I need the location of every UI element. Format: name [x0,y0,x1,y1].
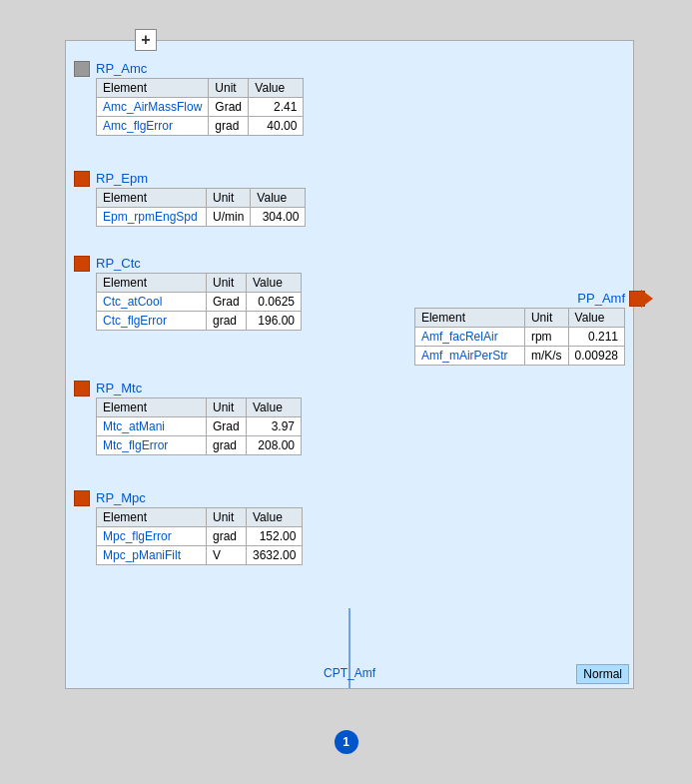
table-row: Ctc_flgError grad 196.00 [97,312,302,331]
value-cell: 40.00 [249,117,304,136]
unit-cell: grad [209,117,249,136]
pp-amf-title: PP_Amf [414,291,625,306]
value-cell: 196.00 [247,312,302,331]
main-panel: + RP_Amc Element Unit Value Amc_AirMassF… [65,40,634,689]
element-cell[interactable]: Epm_rpmEngSpd [97,208,207,227]
rp-epm-title: RP_Epm [96,171,306,186]
table-row: Mpc_pManiFilt V 3632.00 [97,546,303,565]
element-cell[interactable]: Mpc_pManiFilt [97,546,207,565]
col-unit-header: Unit [207,189,251,208]
circle-badge: 1 [335,730,358,754]
table-row: Epm_rpmEngSpd U/min 304.00 [97,208,306,227]
rp-mpc-indicator[interactable] [74,490,90,506]
col-unit-header: Unit [207,274,247,293]
section-rp-ctc: RP_Ctc Element Unit Value Ctc_atCool Gra… [96,256,302,331]
value-cell: 0.00928 [568,347,624,366]
col-unit-header: Unit [209,79,249,98]
table-row: Mtc_flgError grad 208.00 [97,436,302,455]
section-rp-mtc: RP_Mtc Element Unit Value Mtc_atMani Gra… [96,381,302,455]
rp-mtc-indicator[interactable] [74,381,90,396]
element-cell[interactable]: Ctc_atCool [97,293,207,312]
col-element-header: Element [97,79,209,98]
pp-amf-arrow-icon [641,290,653,308]
unit-cell: grad [207,436,247,455]
value-cell: 208.00 [247,436,302,455]
section-pp-amf: PP_Amf Element Unit Value Amf_facRelAir … [414,291,625,366]
element-cell[interactable]: Amc_flgError [97,117,209,136]
rp-mpc-table: Element Unit Value Mpc_flgError grad 152… [96,507,303,565]
value-cell: 3632.00 [247,546,303,565]
table-row: Amf_mAirPerStr m/K/s 0.00928 [414,347,624,366]
rp-ctc-table: Element Unit Value Ctc_atCool Grad 0.062… [96,273,302,331]
rp-mtc-title: RP_Mtc [96,381,302,395]
unit-cell: V [207,546,247,565]
add-button[interactable]: + [135,29,157,51]
rp-amc-table: Element Unit Value Amc_AirMassFlow Grad … [96,78,304,136]
table-row: Mtc_atMani Grad 3.97 [97,417,302,436]
element-cell[interactable]: Mpc_flgError [97,527,207,546]
value-cell: 304.00 [251,208,306,227]
col-unit-header: Unit [207,508,247,527]
col-unit-header: Unit [207,398,247,417]
table-row: Amf_facRelAir rpm 0.211 [414,328,624,347]
col-element-header: Element [414,309,524,328]
element-cell[interactable]: Mtc_atMani [97,417,207,436]
table-row: Ctc_atCool Grad 0.0625 [97,293,302,312]
col-element-header: Element [97,189,207,208]
unit-cell: U/min [207,208,251,227]
value-cell: 0.211 [568,328,624,347]
rp-epm-table: Element Unit Value Epm_rpmEngSpd U/min 3… [96,188,306,227]
col-value-header: Value [247,274,302,293]
element-cell[interactable]: Amf_mAirPerStr [414,347,524,366]
unit-cell: Grad [207,293,247,312]
col-unit-header: Unit [524,309,568,328]
unit-cell: Grad [207,417,247,436]
rp-mtc-table: Element Unit Value Mtc_atMani Grad 3.97 … [96,397,302,455]
col-value-header: Value [247,398,302,417]
unit-cell: grad [207,312,247,331]
col-element-header: Element [97,398,207,417]
value-cell: 3.97 [247,417,302,436]
table-row: Amc_flgError grad 40.00 [97,117,304,136]
pp-amf-table: Element Unit Value Amf_facRelAir rpm 0.2… [414,308,625,366]
col-value-header: Value [249,79,304,98]
connector-line [349,608,350,688]
rp-amc-indicator[interactable] [74,61,90,77]
unit-cell: m/K/s [524,347,568,366]
section-rp-epm: RP_Epm Element Unit Value Epm_rpmEngSpd … [96,171,306,227]
rp-ctc-title: RP_Ctc [96,256,302,271]
rp-ctc-indicator[interactable] [74,256,90,272]
section-rp-mpc: RP_Mpc Element Unit Value Mpc_flgError g… [96,490,303,565]
col-value-header: Value [251,189,306,208]
col-element-header: Element [97,508,207,527]
rp-epm-indicator[interactable] [74,171,90,187]
element-cell[interactable]: Ctc_flgError [97,312,207,331]
status-badge: Normal [576,664,629,684]
element-cell[interactable]: Mtc_flgError [97,436,207,455]
table-row: Mpc_flgError grad 152.00 [97,527,303,546]
col-element-header: Element [97,274,207,293]
col-value-header: Value [247,508,303,527]
rp-amc-title: RP_Amc [96,61,304,76]
unit-cell: grad [207,527,247,546]
table-row: Amc_AirMassFlow Grad 2.41 [97,98,304,117]
value-cell: 2.41 [249,98,304,117]
value-cell: 152.00 [247,527,303,546]
element-cell[interactable]: Amc_AirMassFlow [97,98,209,117]
page-background: + RP_Amc Element Unit Value Amc_AirMassF… [0,0,692,784]
unit-cell: Grad [209,98,249,117]
element-cell[interactable]: Amf_facRelAir [414,328,524,347]
rp-mpc-title: RP_Mpc [96,490,303,505]
value-cell: 0.0625 [247,293,302,312]
col-value-header: Value [568,309,624,328]
section-rp-amc: RP_Amc Element Unit Value Amc_AirMassFlo… [96,61,304,136]
unit-cell: rpm [524,328,568,347]
